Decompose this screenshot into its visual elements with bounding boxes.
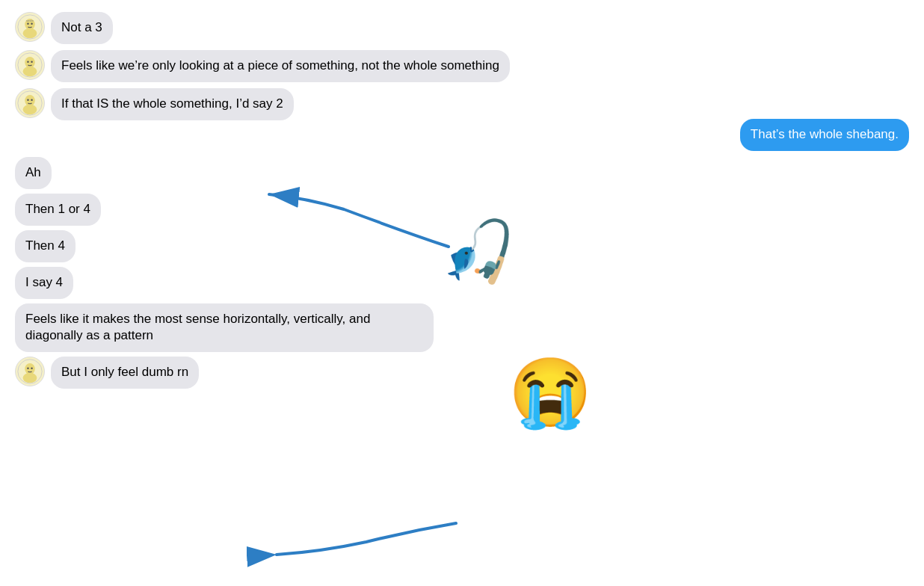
bubble-msg8: I say 4 — [15, 267, 73, 299]
svg-point-4 — [31, 22, 33, 25]
avatar — [15, 357, 45, 386]
svg-point-3 — [27, 22, 29, 25]
svg-point-14 — [27, 99, 29, 101]
svg-point-13 — [23, 105, 37, 115]
svg-point-15 — [31, 99, 33, 101]
svg-point-22 — [31, 368, 33, 370]
avatar: smile — [15, 12, 45, 42]
avatar — [15, 50, 45, 80]
crying-emoji: 😭 — [508, 359, 592, 426]
avatar — [15, 88, 45, 118]
message-row: Feels like we’re only looking at a piece… — [15, 50, 909, 82]
message-row: That’s the whole shebang. — [15, 119, 909, 151]
svg-point-10 — [31, 61, 33, 63]
bubble-msg7: Then 4 — [15, 230, 76, 262]
chat-container: smile Not a 3 Feels like we’re only look… — [0, 0, 924, 586]
svg-point-9 — [27, 61, 29, 63]
bubble-msg9: Feels like it makes the most sense horiz… — [15, 303, 434, 353]
bubble-msg5: Ah — [15, 157, 52, 189]
bubble-msg4: That’s the whole shebang. — [740, 119, 909, 151]
arrow-2 — [247, 508, 486, 568]
svg-text:smile: smile — [26, 19, 34, 22]
message-row: But I only feel dumb rn — [15, 357, 909, 389]
bubble-msg1: Not a 3 — [51, 12, 113, 44]
message-row: Feels like it makes the most sense horiz… — [15, 303, 909, 353]
svg-point-20 — [23, 373, 37, 383]
bubble-msg2: Feels like we’re only looking at a piece… — [51, 50, 510, 82]
message-row: If that IS the whole something, I’d say … — [15, 88, 909, 120]
fishing-emoji: 🎣 — [441, 217, 516, 287]
svg-point-2 — [23, 28, 37, 39]
svg-point-8 — [23, 67, 37, 77]
bubble-msg10: But I only feel dumb rn — [51, 357, 199, 389]
message-row: smile Not a 3 — [15, 12, 909, 44]
bubble-msg3: If that IS the whole something, I’d say … — [51, 88, 294, 120]
svg-point-21 — [27, 368, 29, 370]
message-row: Ah — [15, 157, 909, 189]
bubble-msg6: Then 1 or 4 — [15, 194, 101, 226]
